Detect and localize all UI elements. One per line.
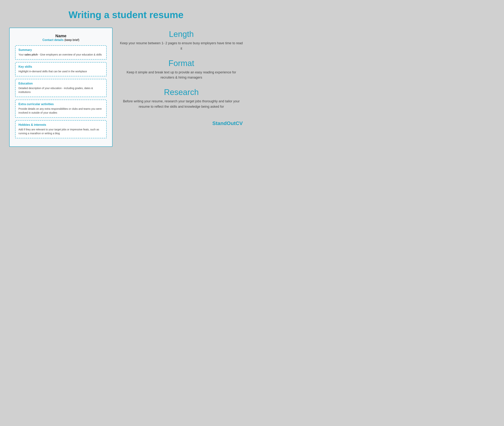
section-body-summary: Your sales pitch - Give employers an ove… xyxy=(18,53,103,57)
brand-suffix: CV xyxy=(236,121,243,126)
brand-text: StandOutCV xyxy=(212,121,243,126)
tip-length: LengthKeep your resume between 1- 2 page… xyxy=(120,29,243,51)
tip-body-research: Before writing your resume, research you… xyxy=(120,99,243,109)
section-title-key-skills: Key skills xyxy=(18,65,103,68)
section-title-summary: Summary xyxy=(18,48,103,52)
section-body-education: Detailed description of your education -… xyxy=(18,86,103,94)
tips-blocks: LengthKeep your resume between 1- 2 page… xyxy=(120,29,243,117)
resume-contact-label: Contact details xyxy=(43,38,64,42)
branding: StandOutCV xyxy=(120,121,243,126)
resume-section-hobbies: Hobbies & interestsAdd if they are relev… xyxy=(15,120,107,138)
brand-prefix: StandOut xyxy=(212,121,236,126)
tips-column: LengthKeep your resume between 1- 2 page… xyxy=(120,28,243,126)
tip-format: FormatKeep it simple and break text up t… xyxy=(120,59,243,80)
resume-section-summary: SummaryYour sales pitch - Give employers… xyxy=(15,45,107,60)
page-title: Writing a student resume xyxy=(9,7,243,20)
resume-section-extra: Extra curricular activitiesProvide detai… xyxy=(15,99,107,118)
tip-research: ResearchBefore writing your resume, rese… xyxy=(120,88,243,109)
tip-title-length: Length xyxy=(120,29,243,39)
resume-name: Name xyxy=(15,34,107,38)
resume-section-key-skills: Key skillsHighlight in-demand skills tha… xyxy=(15,62,107,76)
resume-header: Name Contact details (keep brief) xyxy=(15,34,107,42)
section-title-education: Education xyxy=(18,82,103,85)
section-title-extra: Extra curricular activities xyxy=(18,103,103,106)
tip-title-research: Research xyxy=(120,88,243,97)
section-title-hobbies: Hobbies & interests xyxy=(18,123,103,127)
section-body-key-skills: Highlight in-demand skills that can be u… xyxy=(18,70,103,73)
tip-body-format: Keep it simple and break text up to prov… xyxy=(120,70,243,80)
section-body-hobbies: Add if they are relevant to your target … xyxy=(18,128,103,135)
resume-section-education: EducationDetailed description of your ed… xyxy=(15,79,107,97)
resume-contact-note: (keep brief) xyxy=(64,38,79,42)
section-body-extra: Provide details on any extra responsibil… xyxy=(18,107,103,115)
tip-body-length: Keep your resume between 1- 2 pages to e… xyxy=(120,41,243,51)
resume-mockup: Name Contact details (keep brief) Summar… xyxy=(9,28,113,147)
resume-sections: SummaryYour sales pitch - Give employers… xyxy=(15,45,107,138)
resume-contact-line: Contact details (keep brief) xyxy=(15,38,107,42)
tip-title-format: Format xyxy=(120,59,243,68)
main-layout: Name Contact details (keep brief) Summar… xyxy=(9,28,243,147)
